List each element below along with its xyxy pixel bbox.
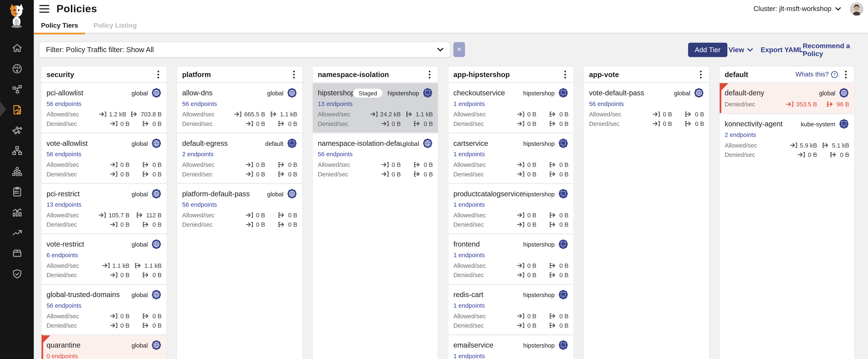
cluster-selector[interactable]: Cluster: jlt-msft-workshop (753, 5, 841, 13)
inbound-traffic-icon (518, 111, 525, 117)
sidebar-item-home[interactable] (0, 37, 34, 58)
policy-card-platform-default-pass[interactable]: platform-default-pass global 56 endpoint… (177, 183, 302, 233)
endpoints-link[interactable]: 1 endpoints (453, 302, 485, 309)
tab-policy-tiers[interactable]: Policy Tiers (34, 18, 86, 33)
endpoints-link[interactable]: 56 endpoints (46, 151, 81, 158)
whats-this-link[interactable]: Whats this? ? (796, 71, 838, 78)
endpoints-link[interactable]: 56 endpoints (46, 100, 81, 107)
policy-card-cartservice[interactable]: cartservice hipstershop ns 1 endpoints A… (448, 133, 574, 183)
sidebar-item-workloads[interactable] (0, 161, 34, 182)
sidebar-item-endpoints[interactable] (0, 79, 34, 99)
metric-label: Denied/sec (318, 120, 367, 127)
policy-name-row: pci-allowlist global (46, 88, 162, 98)
inbound-traffic-icon (518, 222, 525, 227)
outbound-value: 1.1 kB (270, 111, 297, 118)
endpoints-link[interactable]: 13 endpoints (46, 201, 81, 208)
recommend-policy-button[interactable]: Recommend a Policy (803, 43, 868, 57)
sidebar-item-packages[interactable] (0, 243, 34, 264)
endpoints-link[interactable]: 1 endpoints (453, 353, 485, 359)
hamburger-menu-icon[interactable] (39, 5, 49, 13)
policy-card-vote-allowlist[interactable]: vote-allowlist global 56 endpoints Allow… (41, 133, 166, 183)
policy-name-row: redis-cart hipstershop ns (453, 289, 568, 300)
policy-card-frontend[interactable]: frontend hipstershop ns 1 endpoints Allo… (448, 233, 574, 284)
inbound-value: 0 B (502, 120, 536, 127)
sidebar-item-network-graph[interactable] (0, 120, 34, 140)
metric-label: Allowed/sec (46, 212, 95, 218)
policy-card-pci-restrict[interactable]: pci-restrict global 13 endpoints Allowed… (41, 183, 166, 233)
sidebar-item-dashboard[interactable] (0, 58, 34, 79)
sidebar-item-policies[interactable] (0, 99, 34, 120)
policy-card-allow-dns[interactable]: allow-dns global 56 endpoints Allowed/se… (177, 83, 302, 132)
policy-card-quarantine[interactable]: quarantine global 0 endpoints (41, 334, 166, 359)
tier-menu-button[interactable] (155, 71, 162, 78)
inbound-value: 0 B (95, 272, 129, 278)
outbound-traffic-icon (549, 162, 557, 167)
policy-card-global-trusted-domains[interactable]: global-trusted-domains global 56 endpoin… (41, 284, 166, 334)
policy-filter-dropdown[interactable]: Filter: Policy Traffic filter: Show All (39, 42, 451, 58)
policy-card-checkoutservice[interactable]: checkoutservice hipstershop ns 1 endpoin… (448, 83, 574, 132)
policy-scope: global (674, 89, 690, 96)
outbound-traffic-icon (278, 171, 286, 177)
clear-filter-button[interactable]: ✕ (453, 42, 465, 57)
policy-card-default-deny[interactable]: default-deny global Denied/sec 353.5 B 9… (720, 83, 854, 113)
endpoints-link[interactable]: 6 endpoints (46, 252, 78, 258)
traffic-metric-row: Allowed/sec 0 B 0 B (46, 161, 162, 168)
tier-menu-button[interactable] (562, 71, 568, 78)
endpoints-link[interactable]: 1 endpoints (453, 100, 485, 107)
policy-card-vote-restrict[interactable]: vote-restrict global 6 endpoints Allowed… (41, 233, 166, 284)
sidebar-item-trends[interactable] (0, 222, 34, 243)
calico-cat-logo[interactable] (6, 3, 27, 28)
inbound-traffic-icon (518, 263, 525, 269)
endpoints-link[interactable]: 1 endpoints (453, 252, 485, 258)
endpoints-link[interactable]: 13 endpoints (318, 100, 353, 107)
svg-text:ns: ns (427, 95, 429, 96)
endpoints-link[interactable]: 56 endpoints (318, 151, 353, 158)
policy-card-vote-default-pass[interactable]: vote-default-pass global 56 endpoints Al… (584, 83, 709, 132)
traffic-metric-row: Allowed/sec 0 B 0 B (453, 262, 568, 269)
inbound-traffic-icon (382, 162, 390, 167)
endpoints-link[interactable]: 1 endpoints (453, 201, 485, 208)
metric-label: Allowed/sec (46, 161, 95, 168)
endpoints-link[interactable]: 56 endpoints (182, 100, 217, 107)
policy-card-pci-allowlist[interactable]: pci-allowlist global 56 endpoints Allowe… (41, 83, 166, 132)
add-tier-button[interactable]: Add Tier (688, 43, 727, 57)
policy-card-emailservice[interactable]: emailservice hipstershop ns 1 endpoints … (448, 334, 574, 359)
policy-card-konnectivity-agent[interactable]: konnectivity-agent kube-system ns 2 endp… (720, 113, 854, 164)
tier-menu-button[interactable] (698, 71, 704, 78)
tab-policy-listing[interactable]: Policy Listing (87, 18, 144, 33)
tier-menu-button[interactable] (426, 71, 433, 78)
outbound-traffic-icon (143, 162, 150, 167)
endpoints-link[interactable]: 56 endpoints (182, 201, 217, 208)
policy-board: security pci-allowlist global 56 endpoin… (41, 66, 854, 359)
policy-card-redis-cart[interactable]: redis-cart hipstershop ns 1 endpoints Al… (448, 284, 574, 334)
tier-menu-button[interactable] (842, 71, 849, 78)
view-menu-button[interactable]: View (728, 43, 753, 57)
endpoints-link[interactable]: 2 endpoints (182, 151, 214, 158)
sidebar-item-service-graph[interactable] (0, 140, 34, 161)
policy-card-namespace-isolation-default-p[interactable]: namespace-isolation-default-p… global 56… (313, 133, 438, 183)
outbound-traffic-icon (549, 111, 557, 117)
endpoints-link[interactable]: 56 endpoints (46, 302, 81, 309)
policy-card-hipstershop-gh[interactable]: hipstershop-gh… Staged hipstershop ns 13… (313, 83, 438, 132)
export-yaml-button[interactable]: Export YAML (761, 43, 803, 57)
tier-menu-button[interactable] (291, 71, 297, 78)
inbound-traffic-icon (246, 212, 254, 218)
sidebar-item-statistics[interactable] (0, 202, 34, 222)
policy-card-default-egress[interactable]: default-egress default ns 2 endpoints Al… (177, 133, 302, 183)
policy-card-productcatalogservice[interactable]: productcatalogservice hipstershop ns 1 e… (448, 183, 574, 233)
sidebar-item-threat-defense[interactable] (0, 263, 34, 284)
inbound-traffic-icon (102, 263, 110, 269)
sidebar (0, 0, 34, 359)
endpoints-link[interactable]: 0 endpoints (46, 353, 78, 359)
namespace-scope-icon: ns (558, 239, 569, 250)
endpoints-link[interactable]: 2 endpoints (725, 131, 756, 138)
endpoints-link[interactable]: 1 endpoints (453, 151, 485, 158)
sidebar-item-compliance[interactable] (0, 182, 34, 202)
user-avatar[interactable] (850, 2, 864, 16)
policy-scope: global (131, 140, 148, 147)
inbound-traffic-icon (98, 212, 106, 218)
outbound-traffic-icon (270, 111, 278, 117)
chevron-down-icon (835, 7, 841, 10)
endpoints-link[interactable]: 56 endpoints (589, 100, 624, 107)
tier-name: platform (182, 70, 291, 79)
